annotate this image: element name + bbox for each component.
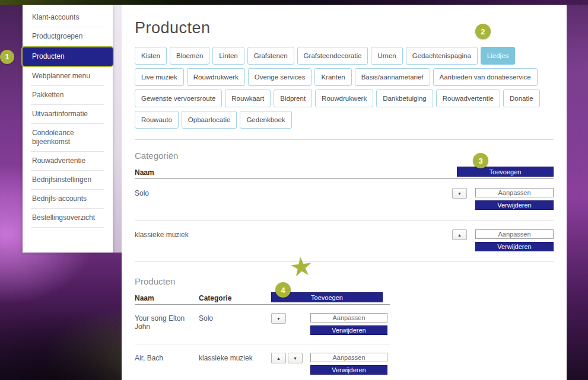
row-actions: Aanpassen Verwijderen	[475, 229, 554, 251]
tab-row-3: Gewenste vervoersroute Rouwkaart Bidpren…	[135, 90, 554, 107]
sidebar-item-productgroepen[interactable]: Productgroepen	[31, 27, 104, 46]
products-table: Naam Categorie Toevoegen 4 ★ Your song E…	[135, 292, 390, 380]
section-divider	[135, 139, 554, 140]
tab-rouwadvertentie[interactable]: Rouwadvertentie	[436, 90, 500, 107]
delete-button[interactable]: Verwijderen	[310, 365, 387, 375]
sidebar-item-bedrijfs-accounts[interactable]: Bedrijfs-accounts	[31, 190, 104, 209]
sidebar-item-producten[interactable]: Producten 1	[23, 47, 113, 66]
page-title: Producten	[135, 19, 554, 37]
annotation-badge-1: 1	[0, 50, 14, 64]
products-heading: Producten	[135, 276, 554, 286]
tab-urnen[interactable]: Urnen	[371, 47, 402, 65]
edit-button[interactable]: Aanpassen	[475, 188, 554, 197]
arrow-up-icon: ▲	[276, 356, 281, 360]
delete-button[interactable]: Verwijderen	[310, 325, 387, 335]
categories-heading: Categoriën	[135, 151, 554, 161]
table-row: Air, Bach klassieke muziek ▲ ▼ Aanpassen…	[135, 344, 390, 380]
tab-live-muziek[interactable]: Live muziek	[135, 68, 184, 86]
arrow-up-icon: ▲	[457, 233, 462, 237]
annotation-badge-3: 3	[473, 153, 488, 168]
sidebar-item-bedrijfsinstellingen[interactable]: Bedrijfsinstellingen	[31, 171, 104, 190]
move-controls: ▲ ▼	[271, 353, 310, 363]
tab-label: Liedjes	[487, 52, 508, 59]
tab-row-1: Kisten Bloemen Linten Grafstenen Grafste…	[135, 47, 554, 65]
tab-opbaarlocatie[interactable]: Opbaarlocatie	[182, 111, 237, 129]
sidebar-item-label: Producten	[32, 52, 65, 60]
move-down-button[interactable]: ▼	[271, 313, 286, 324]
tab-dankbetuiging[interactable]: Dankbetuiging	[376, 90, 433, 107]
tab-grafstenen[interactable]: Grafstenen	[247, 47, 294, 65]
arrow-down-icon: ▼	[276, 317, 281, 321]
delete-button[interactable]: Verwijderen	[475, 200, 554, 210]
tab-gewenste-vervoersroute[interactable]: Gewenste vervoersroute	[135, 90, 222, 107]
table-row: klassieke muziek ▲ Aanpassen Verwijderen	[135, 221, 554, 262]
tab-linten[interactable]: Linten	[212, 47, 244, 65]
sidebar-item-uitvaartinformatie[interactable]: Uitvaartinformatie	[31, 105, 104, 124]
tab-gedachtenispagina[interactable]: Gedachtenispagina	[406, 47, 478, 65]
top-banner	[0, 0, 588, 5]
edit-button[interactable]: Aanpassen	[310, 353, 387, 362]
column-naam: Naam	[135, 168, 154, 177]
categories-table-header: Naam Toevoegen 3	[135, 167, 554, 179]
add-category-button[interactable]: Toevoegen 3	[457, 167, 554, 177]
move-down-button[interactable]: ▼	[288, 353, 303, 363]
annotation-badge-4: 4	[275, 282, 291, 298]
move-controls: ▼	[452, 188, 467, 199]
category-name: Solo	[135, 188, 452, 197]
products-table-header: Naam Categorie Toevoegen 4 ★	[135, 292, 390, 305]
tab-rouwdrukwerk[interactable]: Rouwdrukwerk	[187, 68, 245, 86]
add-product-label: Toevoegen	[311, 294, 343, 301]
row-actions: Aanpassen Verwijderen	[310, 313, 387, 335]
table-row: Your song Elton John Solo ▼ Aanpassen Ve…	[135, 305, 390, 344]
add-product-button[interactable]: Toevoegen 4 ★	[271, 292, 383, 302]
edit-button[interactable]: Aanpassen	[475, 229, 554, 239]
sidebar-item-bestellingsoverzicht[interactable]: Bestellingsoverzicht	[31, 209, 104, 228]
edit-button[interactable]: Aanpassen	[310, 313, 387, 322]
tab-grafsteendecoratie[interactable]: Grafsteendecoratie	[297, 47, 368, 65]
tab-aanbieden-van-donatieservice[interactable]: Aanbieden van donatieservice	[433, 68, 538, 86]
tab-donatie[interactable]: Donatie	[503, 90, 540, 107]
move-up-button[interactable]: ▲	[452, 229, 467, 240]
sidebar-item-pakketten[interactable]: Pakketten	[31, 86, 104, 105]
sidebar-item-rouwadvertentie[interactable]: Rouwadvertentie	[31, 152, 104, 171]
tab-rouwkaart[interactable]: Rouwkaart	[225, 90, 271, 107]
row-actions: Aanpassen Verwijderen	[475, 188, 554, 210]
sidebar: Klant-accounts Productgroepen Producten …	[23, 5, 113, 253]
arrow-down-icon: ▼	[457, 191, 462, 196]
tab-row-4: Rouwauto Opbaarlocatie Gedenkboek	[135, 111, 554, 129]
arrow-down-icon: ▼	[293, 356, 297, 360]
move-down-button[interactable]: ▼	[452, 188, 467, 199]
table-row: Solo ▼ Aanpassen Verwijderen	[135, 179, 554, 221]
tab-kisten[interactable]: Kisten	[135, 47, 167, 65]
column-categorie: Categorie	[199, 294, 271, 302]
tab-kranten[interactable]: Kranten	[314, 68, 351, 86]
sidebar-item-webplanner-menu[interactable]: Webplanner menu	[31, 67, 104, 86]
tab-bidprent[interactable]: Bidprent	[274, 90, 312, 107]
product-category: klassieke muziek	[199, 353, 271, 362]
product-name: Your song Elton John	[135, 313, 199, 331]
product-type-tabs: Kisten Bloemen Linten Grafstenen Grafste…	[135, 47, 554, 129]
add-category-label: Toevoegen	[490, 168, 522, 175]
page-background: Klant-accounts Productgroepen Producten …	[0, 0, 588, 380]
tab-liedjes[interactable]: Liedjes 2	[481, 47, 515, 65]
tab-bloemen[interactable]: Bloemen	[170, 47, 209, 65]
tab-gedenkboek[interactable]: Gedenkboek	[240, 111, 291, 129]
delete-button[interactable]: Verwijderen	[475, 242, 554, 251]
move-controls: ▲	[452, 229, 467, 240]
main-content: Producten Kisten Bloemen Linten Grafsten…	[122, 5, 567, 380]
categories-section: Categoriën Naam Toevoegen 3 Solo ▼ Aanpa…	[135, 151, 554, 262]
move-controls: ▼	[271, 313, 310, 324]
product-name: Air, Bach	[135, 353, 199, 362]
row-actions: Aanpassen Verwijderen	[310, 353, 387, 375]
tab-row-2: Live muziek Rouwdrukwerk Overige service…	[135, 68, 554, 86]
sidebar-item-klant-accounts[interactable]: Klant-accounts	[31, 8, 104, 27]
annotation-badge-2: 2	[475, 24, 491, 39]
sidebar-item-condoleance-bijeenkomst[interactable]: Condoleance bijeenkomst	[31, 124, 104, 152]
tab-rouwauto[interactable]: Rouwauto	[135, 111, 179, 129]
move-up-button[interactable]: ▲	[271, 353, 286, 363]
tab-overige-services[interactable]: Overige services	[248, 68, 312, 86]
star-annotation: ★	[288, 253, 314, 281]
tab-basis-aannametarief[interactable]: Basis/aannametarief	[355, 68, 430, 86]
tab-rouwdrukwerk-2[interactable]: Rouwdrukwerk	[315, 90, 373, 107]
products-section: Producten Naam Categorie Toevoegen 4 ★ Y…	[135, 276, 554, 380]
